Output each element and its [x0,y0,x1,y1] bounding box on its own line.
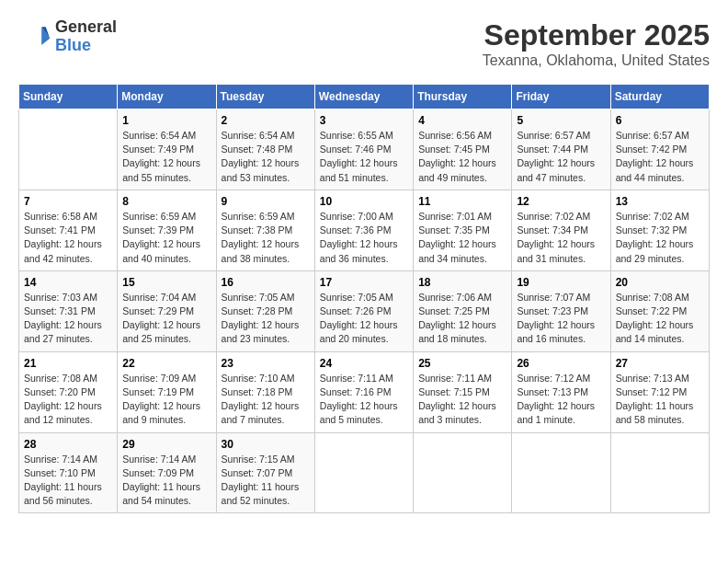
calendar-cell: 5Sunrise: 6:57 AM Sunset: 7:44 PM Daylig… [512,109,610,190]
calendar-cell: 26Sunrise: 7:12 AM Sunset: 7:13 PM Dayli… [512,351,610,432]
day-info: Sunrise: 6:57 AM Sunset: 7:44 PM Dayligh… [517,129,605,185]
day-number: 8 [122,195,210,208]
day-number: 10 [320,195,408,208]
day-number: 18 [418,276,506,289]
day-info: Sunrise: 7:08 AM Sunset: 7:20 PM Dayligh… [24,372,112,428]
day-info: Sunrise: 7:08 AM Sunset: 7:22 PM Dayligh… [616,291,704,347]
logo: General Blue [18,18,117,55]
day-number: 28 [24,438,112,451]
day-info: Sunrise: 7:05 AM Sunset: 7:28 PM Dayligh… [222,291,310,347]
day-number: 26 [517,357,605,370]
calendar-cell: 23Sunrise: 7:10 AM Sunset: 7:18 PM Dayli… [216,351,314,432]
day-number: 22 [122,357,210,370]
calendar-header-thursday: Thursday [414,85,512,109]
calendar-week-row: 28Sunrise: 7:14 AM Sunset: 7:10 PM Dayli… [19,432,710,513]
day-info: Sunrise: 7:13 AM Sunset: 7:12 PM Dayligh… [616,372,704,428]
calendar-week-row: 1Sunrise: 6:54 AM Sunset: 7:49 PM Daylig… [19,109,710,190]
day-number: 24 [320,357,408,370]
day-info: Sunrise: 6:54 AM Sunset: 7:49 PM Dayligh… [122,129,210,185]
calendar-header-friday: Friday [512,85,610,109]
logo-icon [18,20,51,53]
day-number: 20 [616,276,704,289]
calendar-cell: 4Sunrise: 6:56 AM Sunset: 7:45 PM Daylig… [414,109,512,190]
calendar-cell: 15Sunrise: 7:04 AM Sunset: 7:29 PM Dayli… [118,270,216,351]
day-info: Sunrise: 6:59 AM Sunset: 7:38 PM Dayligh… [222,210,310,266]
day-number: 3 [320,114,408,127]
day-info: Sunrise: 7:12 AM Sunset: 7:13 PM Dayligh… [517,372,605,428]
day-number: 6 [616,114,704,127]
calendar-header-monday: Monday [118,85,216,109]
calendar-header-row: SundayMondayTuesdayWednesdayThursdayFrid… [19,85,710,109]
day-number: 17 [320,276,408,289]
calendar-week-row: 21Sunrise: 7:08 AM Sunset: 7:20 PM Dayli… [19,351,710,432]
calendar-cell [314,432,413,513]
day-info: Sunrise: 7:11 AM Sunset: 7:15 PM Dayligh… [418,372,506,428]
calendar-cell [414,432,512,513]
day-info: Sunrise: 7:01 AM Sunset: 7:35 PM Dayligh… [418,210,506,266]
calendar-week-row: 14Sunrise: 7:03 AM Sunset: 7:31 PM Dayli… [19,270,710,351]
calendar-cell: 30Sunrise: 7:15 AM Sunset: 7:07 PM Dayli… [216,432,314,513]
day-number: 9 [222,195,310,208]
calendar-cell: 18Sunrise: 7:06 AM Sunset: 7:25 PM Dayli… [414,270,512,351]
day-info: Sunrise: 6:55 AM Sunset: 7:46 PM Dayligh… [320,129,408,185]
day-number: 23 [222,357,310,370]
calendar-cell: 11Sunrise: 7:01 AM Sunset: 7:35 PM Dayli… [414,190,512,270]
page-subtitle: Texanna, Oklahoma, United States [483,52,710,69]
day-info: Sunrise: 7:04 AM Sunset: 7:29 PM Dayligh… [122,291,210,347]
calendar-cell: 22Sunrise: 7:09 AM Sunset: 7:19 PM Dayli… [118,351,216,432]
day-info: Sunrise: 6:58 AM Sunset: 7:41 PM Dayligh… [24,210,112,266]
day-number: 14 [24,276,112,289]
logo-text: General Blue [55,18,117,55]
calendar-cell: 6Sunrise: 6:57 AM Sunset: 7:42 PM Daylig… [610,109,709,190]
calendar-cell [610,432,709,513]
day-info: Sunrise: 7:11 AM Sunset: 7:16 PM Dayligh… [320,372,408,428]
day-number: 4 [418,114,506,127]
day-info: Sunrise: 7:14 AM Sunset: 7:09 PM Dayligh… [122,453,210,509]
day-number: 21 [24,357,112,370]
calendar-cell: 10Sunrise: 7:00 AM Sunset: 7:36 PM Dayli… [314,190,413,270]
calendar-cell: 19Sunrise: 7:07 AM Sunset: 7:23 PM Dayli… [512,270,610,351]
day-info: Sunrise: 7:10 AM Sunset: 7:18 PM Dayligh… [222,372,310,428]
day-number: 25 [418,357,506,370]
day-info: Sunrise: 6:59 AM Sunset: 7:39 PM Dayligh… [122,210,210,266]
calendar-cell: 28Sunrise: 7:14 AM Sunset: 7:10 PM Dayli… [19,432,118,513]
day-number: 7 [24,195,112,208]
calendar-cell: 21Sunrise: 7:08 AM Sunset: 7:20 PM Dayli… [19,351,118,432]
calendar-cell: 25Sunrise: 7:11 AM Sunset: 7:15 PM Dayli… [414,351,512,432]
calendar-cell [512,432,610,513]
day-info: Sunrise: 6:54 AM Sunset: 7:48 PM Dayligh… [222,129,310,185]
day-number: 30 [222,438,310,451]
calendar-header-wednesday: Wednesday [314,85,413,109]
calendar-cell: 1Sunrise: 6:54 AM Sunset: 7:49 PM Daylig… [118,109,216,190]
calendar-cell: 17Sunrise: 7:05 AM Sunset: 7:26 PM Dayli… [314,270,413,351]
day-info: Sunrise: 7:02 AM Sunset: 7:34 PM Dayligh… [517,210,605,266]
day-info: Sunrise: 6:57 AM Sunset: 7:42 PM Dayligh… [616,129,704,185]
day-number: 29 [122,438,210,451]
day-number: 12 [517,195,605,208]
day-info: Sunrise: 7:03 AM Sunset: 7:31 PM Dayligh… [24,291,112,347]
day-info: Sunrise: 7:06 AM Sunset: 7:25 PM Dayligh… [418,291,506,347]
calendar-cell: 16Sunrise: 7:05 AM Sunset: 7:28 PM Dayli… [216,270,314,351]
calendar-cell: 24Sunrise: 7:11 AM Sunset: 7:16 PM Dayli… [314,351,413,432]
calendar-cell: 8Sunrise: 6:59 AM Sunset: 7:39 PM Daylig… [118,190,216,270]
calendar-cell: 3Sunrise: 6:55 AM Sunset: 7:46 PM Daylig… [314,109,413,190]
calendar-table: SundayMondayTuesdayWednesdayThursdayFrid… [18,84,710,513]
day-number: 11 [418,195,506,208]
title-block: September 2025 Texanna, Oklahoma, United… [483,18,710,69]
calendar-cell: 2Sunrise: 6:54 AM Sunset: 7:48 PM Daylig… [216,109,314,190]
day-info: Sunrise: 7:14 AM Sunset: 7:10 PM Dayligh… [24,453,112,509]
calendar-header-sunday: Sunday [19,85,118,109]
page-title: September 2025 [483,18,710,52]
calendar-header-saturday: Saturday [610,85,709,109]
calendar-cell: 20Sunrise: 7:08 AM Sunset: 7:22 PM Dayli… [610,270,709,351]
day-number: 2 [222,114,310,127]
calendar-cell: 29Sunrise: 7:14 AM Sunset: 7:09 PM Dayli… [118,432,216,513]
day-number: 5 [517,114,605,127]
day-info: Sunrise: 7:09 AM Sunset: 7:19 PM Dayligh… [122,372,210,428]
calendar-cell: 9Sunrise: 6:59 AM Sunset: 7:38 PM Daylig… [216,190,314,270]
calendar-cell: 12Sunrise: 7:02 AM Sunset: 7:34 PM Dayli… [512,190,610,270]
calendar-cell: 27Sunrise: 7:13 AM Sunset: 7:12 PM Dayli… [610,351,709,432]
day-number: 16 [222,276,310,289]
calendar-header-tuesday: Tuesday [216,85,314,109]
calendar-cell: 14Sunrise: 7:03 AM Sunset: 7:31 PM Dayli… [19,270,118,351]
